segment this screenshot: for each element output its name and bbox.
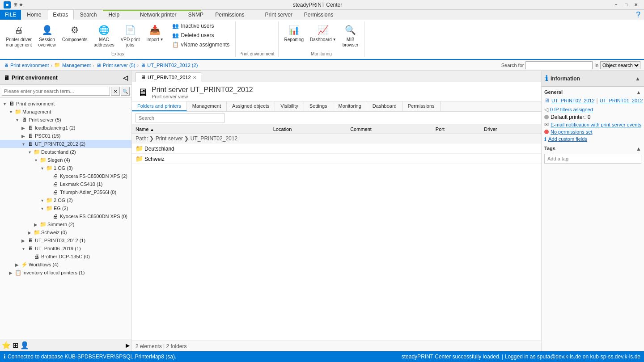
content-tab-folders[interactable]: Folders and printers <box>132 101 187 111</box>
tree-item-loadbalancing1[interactable]: ▶ 🖥 loadbalancing1 (2) <box>0 124 131 132</box>
content-tab-settings[interactable]: Settings <box>304 101 333 111</box>
tree-item-management[interactable]: ▾ 📁 Management <box>0 108 131 116</box>
inactive-users-button[interactable]: 👥 Inactive users <box>169 21 232 30</box>
tag-input[interactable] <box>544 154 641 164</box>
tab-extras[interactable]: Extras <box>47 10 74 20</box>
content-tab-assigned[interactable]: Assigned objects <box>227 101 275 111</box>
content-tab-management[interactable]: Management <box>187 101 227 111</box>
dashboard-button[interactable]: 📈 Dashboard ▼ <box>308 21 339 43</box>
content-tab-permissions[interactable]: Permissions <box>402 101 441 111</box>
ip-filters-link[interactable]: 0 IP filters assigned <box>550 107 593 112</box>
tags-collapse[interactable]: ▲ <box>636 146 641 152</box>
tab-home[interactable]: Home <box>21 10 47 20</box>
server-link-ut-print02[interactable]: UT_PRINT02_2012 <box>551 98 595 103</box>
maximize-button[interactable]: □ <box>622 1 631 8</box>
toggle-print-env[interactable]: ▾ <box>1 101 8 106</box>
tab-permissions-np[interactable]: Permissions <box>209 10 250 20</box>
tree-item-ut-print06[interactable]: ▾ 🖥 UT_Print06_2019 (1) <box>0 244 131 253</box>
reporting-button[interactable]: 📊 Reporting <box>282 21 306 43</box>
toggle-loadbalancing1[interactable]: ▶ <box>20 126 27 130</box>
server-link-ut-print01[interactable]: UT_PRINT01_2012 <box>600 98 643 103</box>
tree-item-eg[interactable]: ▾ 📁 EG (2) <box>0 204 131 212</box>
sidebar-collapse-btn[interactable]: ◁ <box>123 74 128 81</box>
mac-addresses-button[interactable]: 🌐 MACaddresses <box>92 21 117 49</box>
breadcrumb-print-env[interactable]: Print environment <box>10 63 49 68</box>
tree-item-triumph[interactable]: ▶ 🖨 Triumph-Adler_P3566i (0) <box>0 188 131 196</box>
tree-item-2og[interactable]: ▾ 📁 2.OG (2) <box>0 196 131 204</box>
sidebar-search-input[interactable] <box>2 87 110 96</box>
tab-snmp[interactable]: SNMP <box>182 10 209 20</box>
tree-item-print-env[interactable]: ▾ 🖥 Print environment <box>0 100 131 108</box>
tree-item-print-server5[interactable]: ▾ 🖥 Print server (5) <box>0 116 131 124</box>
components-button[interactable]: ⚙ Components <box>60 21 90 44</box>
table-row-deutschland[interactable]: 📁 Deutschland <box>132 143 541 154</box>
sidebar-search-go[interactable]: 🔍 <box>121 87 130 96</box>
document-tab-ut-print02[interactable]: 🖥 UT_PRINT02_2012 ✕ <box>136 72 201 82</box>
tree-item-ut-print02[interactable]: ▾ 🖥 UT_PRINT02_2012 (2) <box>0 140 131 148</box>
tree-item-lexmark[interactable]: ▶ 🖨 Lexmark CS410 (1) <box>0 180 131 188</box>
tree-item-siegen[interactable]: ▾ 📁 Siegen (4) <box>0 156 131 164</box>
toggle-inventory[interactable]: ▶ <box>7 270 14 275</box>
toggle-management[interactable]: ▾ <box>7 109 14 114</box>
help-icon[interactable]: ? <box>636 10 640 20</box>
tree-item-1og[interactable]: ▾ 📁 1.OG (3) <box>0 164 131 172</box>
toggle-deutschland[interactable]: ▾ <box>26 150 33 155</box>
toggle-schweiz-folder[interactable]: ▶ <box>26 230 33 235</box>
toggle-workflows[interactable]: ▶ <box>13 262 21 267</box>
toggle-ut-print06[interactable]: ▾ <box>20 246 27 251</box>
tree-item-brother[interactable]: ▶ 🖨 Brother DCP-135C (0) <box>0 253 131 261</box>
tab-permissions-ps[interactable]: Permissions <box>298 10 339 20</box>
deleted-users-button[interactable]: 👥 Deleted users <box>169 31 232 40</box>
breadcrumb-management[interactable]: Management <box>62 63 91 68</box>
sidebar-expand-btn[interactable]: ▶ <box>126 342 130 349</box>
printer-driver-management-button[interactable]: 🖨 Printer drivermanagement <box>4 21 34 49</box>
tree-item-schweiz-folder[interactable]: ▶ 📁 Schweiz (0) <box>0 228 131 236</box>
tree-item-kyocera2[interactable]: ▶ 🖨 Kyocera FS-C8500DN XPS (0) <box>0 212 131 220</box>
custom-fields-link[interactable]: Add custom fields <box>548 136 587 142</box>
info-panel-collapse[interactable]: ▲ <box>635 76 640 82</box>
toggle-2og[interactable]: ▾ <box>38 198 46 203</box>
col-driver[interactable]: Driver <box>480 125 541 134</box>
session-overview-button[interactable]: 👤 Sessionoverview <box>36 21 58 49</box>
mib-browser-button[interactable]: 🔍 MIBbrowser <box>340 21 361 49</box>
toggle-siegen[interactable]: ▾ <box>32 158 39 163</box>
tree-item-inventory[interactable]: ▶ 📋 Inventory of local printers (1) <box>0 269 131 277</box>
tab-search[interactable]: Search <box>74 10 102 20</box>
toggle-simmern[interactable]: ▶ <box>32 222 39 227</box>
col-port[interactable]: Port <box>432 125 480 134</box>
breadcrumb-search-input[interactable] <box>525 61 593 69</box>
tree-item-workflows[interactable]: ▶ ⚡ Workflows (4) <box>0 261 131 269</box>
breadcrumb-print-server5[interactable]: Print server (5) <box>103 63 136 68</box>
sidebar-search-clear[interactable]: ✕ <box>111 87 120 96</box>
toggle-psc01[interactable]: ▶ <box>20 134 27 139</box>
toggle-print-server5[interactable]: ▾ <box>13 118 21 122</box>
tree-item-kyocera1[interactable]: ▶ 🖨 Kyocera FS-C8500DN XPS (2) <box>0 172 131 180</box>
search-scope-select[interactable]: Object search <box>600 61 640 69</box>
tab-network-printer[interactable]: Network printer <box>134 10 182 20</box>
toggle-ut-print03[interactable]: ▶ <box>20 238 27 243</box>
tree-item-deutschland[interactable]: ▾ 📁 Deutschland (2) <box>0 148 131 156</box>
general-collapse[interactable]: ▲ <box>636 89 641 96</box>
vname-button[interactable]: 📋 vName assignments <box>169 40 232 49</box>
tab-print-server[interactable]: Print server <box>259 10 298 20</box>
permissions-link[interactable]: No permissions set <box>551 129 593 135</box>
tab-help[interactable]: Help <box>102 10 125 20</box>
import-button[interactable]: 📥 Import ▼ <box>144 21 166 44</box>
sidebar-grid-icon[interactable]: ⊞ <box>13 341 18 349</box>
content-tab-dashboard[interactable]: Dashboard <box>367 101 402 111</box>
sidebar-star-icon[interactable]: ⭐ <box>2 341 11 349</box>
breadcrumb-ut-print02[interactable]: UT_PRINT02_2012 (2) <box>147 63 198 68</box>
table-row-schweiz[interactable]: 📁 Schweiz <box>132 154 541 164</box>
content-tab-monitoring[interactable]: Monitoring <box>333 101 367 111</box>
email-link[interactable]: E-mail notification with print server ev… <box>551 122 641 127</box>
tab-file[interactable]: FILE <box>0 10 21 20</box>
toggle-ut-print02[interactable]: ▾ <box>20 142 27 147</box>
content-tab-visibility[interactable]: Visibility <box>275 101 304 111</box>
sidebar-user-icon[interactable]: 👤 <box>20 341 29 349</box>
close-button[interactable]: ✕ <box>631 1 640 8</box>
col-comment[interactable]: Comment <box>347 125 432 134</box>
col-name[interactable]: Name ▲ <box>132 125 270 134</box>
vpd-print-button[interactable]: 📄 VPD printjobs <box>119 21 142 49</box>
tree-item-psc01[interactable]: ▶ 🖥 PSC01 (15) <box>0 132 131 140</box>
minimize-button[interactable]: − <box>612 1 621 8</box>
